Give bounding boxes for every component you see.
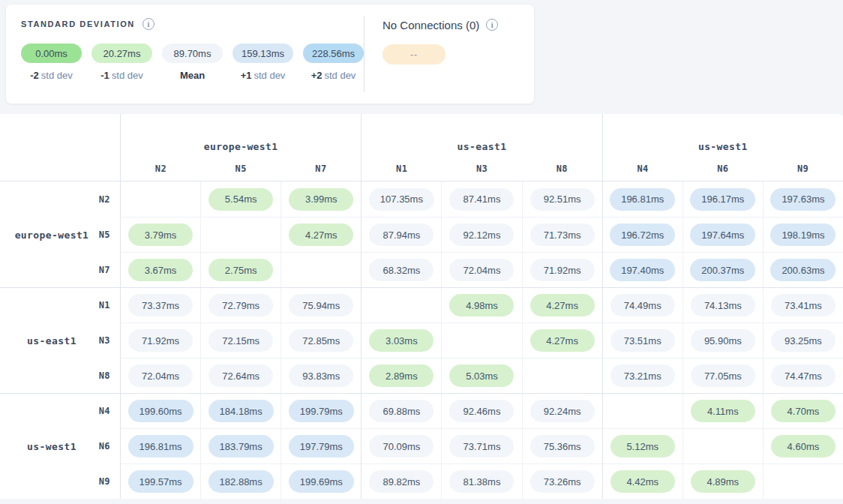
std-dev-stop-pill: 0.00ms (21, 44, 82, 63)
latency-pill[interactable]: 3.67ms (128, 259, 193, 281)
latency-pill[interactable]: 89.82ms (369, 470, 434, 493)
region-row-label: europe-west1 (8, 229, 96, 240)
latency-pill[interactable]: 4.98ms (449, 294, 514, 316)
region-row-label: us-west1 (8, 441, 96, 452)
latency-pill[interactable]: 196.72ms (610, 224, 675, 246)
latency-pill[interactable]: 196.17ms (690, 188, 755, 211)
latency-pill[interactable]: 197.79ms (289, 435, 354, 458)
latency-pill[interactable]: 2.75ms (208, 259, 273, 281)
matrix-cell: 184.18ms (200, 393, 280, 428)
latency-pill[interactable]: 72.15ms (208, 329, 273, 352)
matrix-cell: 71.92ms (522, 252, 602, 287)
latency-pill[interactable]: 73.21ms (610, 364, 675, 387)
latency-pill[interactable]: 74.49ms (610, 294, 675, 316)
matrix-cell: 95.90ms (682, 322, 763, 358)
matrix-cell: 69.88ms (361, 393, 441, 428)
latency-pill[interactable]: 199.69ms (289, 470, 354, 493)
latency-pill[interactable]: 5.12ms (610, 435, 675, 458)
latency-pill[interactable]: 196.81ms (610, 188, 675, 211)
matrix-cell: 199.57ms (120, 464, 200, 499)
latency-pill[interactable]: 75.94ms (289, 294, 353, 316)
latency-matrix: europe-west1N2N5N7us-east1N1N3N8us-west1… (0, 114, 843, 499)
latency-pill[interactable]: 77.05ms (691, 364, 755, 387)
node-col-label: N8 (522, 164, 602, 174)
matrix-cell: 2.89ms (361, 358, 441, 393)
matrix-cell: 197.64ms (682, 217, 763, 252)
region-col-label: europe-west1 (121, 141, 361, 152)
latency-pill[interactable]: 199.57ms (128, 470, 194, 493)
latency-pill[interactable]: 73.71ms (449, 435, 514, 458)
latency-pill[interactable]: 2.89ms (369, 364, 434, 387)
latency-pill[interactable]: 196.81ms (128, 435, 194, 458)
latency-pill[interactable]: 200.63ms (770, 259, 836, 281)
latency-pill[interactable]: 4.27ms (530, 294, 595, 316)
matrix-cell: 92.24ms (522, 393, 602, 428)
latency-pill[interactable]: 183.79ms (208, 435, 274, 458)
latency-pill[interactable]: 68.32ms (369, 259, 434, 281)
matrix-cell: 92.12ms (441, 217, 521, 252)
latency-pill[interactable]: 197.63ms (770, 188, 836, 211)
latency-pill[interactable]: 4.70ms (771, 400, 836, 422)
matrix-corner (0, 114, 120, 182)
latency-pill[interactable]: 73.51ms (610, 329, 675, 352)
latency-pill[interactable]: 93.83ms (289, 364, 353, 387)
node-col-label: N6 (682, 164, 763, 174)
latency-pill[interactable]: 87.41ms (449, 188, 514, 211)
latency-pill[interactable]: 93.25ms (771, 329, 836, 352)
latency-pill[interactable]: 3.03ms (369, 329, 434, 352)
latency-pill[interactable]: 92.46ms (449, 400, 514, 422)
latency-pill[interactable]: 72.85ms (289, 329, 353, 352)
std-dev-stop-label: +1std dev (232, 70, 293, 81)
latency-pill[interactable]: 72.64ms (208, 364, 273, 387)
latency-pill[interactable]: 4.27ms (530, 329, 595, 352)
latency-pill[interactable]: 3.99ms (289, 188, 353, 211)
latency-pill[interactable]: 3.79ms (128, 224, 193, 246)
latency-pill[interactable]: 71.92ms (530, 259, 595, 281)
latency-pill[interactable]: 69.88ms (369, 400, 434, 422)
latency-pill[interactable]: 199.60ms (128, 400, 194, 422)
latency-pill[interactable]: 73.26ms (530, 470, 595, 493)
node-row-label: N1 (0, 288, 120, 323)
latency-pill[interactable]: 4.11ms (691, 400, 755, 422)
latency-pill[interactable]: 72.04ms (449, 259, 514, 281)
matrix-cell: 196.81ms (120, 428, 200, 464)
node-row-label: N7 (0, 252, 120, 287)
latency-pill[interactable]: 92.12ms (449, 224, 514, 246)
latency-pill[interactable]: 5.54ms (208, 188, 273, 211)
latency-pill[interactable]: 75.36ms (530, 435, 595, 458)
latency-pill[interactable]: 4.42ms (610, 470, 675, 493)
latency-pill[interactable]: 200.37ms (690, 259, 755, 281)
matrix-cell: 72.85ms (280, 322, 361, 358)
latency-pill[interactable]: 95.90ms (691, 329, 755, 352)
latency-pill[interactable]: 87.94ms (369, 224, 434, 246)
matrix-cell: 3.99ms (280, 182, 361, 217)
latency-pill[interactable]: 198.19ms (770, 224, 836, 246)
latency-pill[interactable]: 70.09ms (369, 435, 434, 458)
latency-pill[interactable]: 4.89ms (691, 470, 755, 493)
legend-card: STANDARD DEVIATION i 0.00ms20.27ms89.70m… (5, 4, 535, 104)
latency-pill[interactable]: 92.51ms (530, 188, 595, 211)
latency-pill[interactable]: 197.40ms (610, 259, 675, 281)
no-connections-title: No Connections (0) (382, 19, 479, 32)
latency-pill[interactable]: 71.92ms (128, 329, 193, 352)
latency-pill[interactable]: 199.79ms (289, 400, 354, 422)
latency-pill[interactable]: 197.64ms (690, 224, 755, 246)
latency-pill[interactable]: 73.37ms (128, 294, 193, 316)
latency-pill[interactable]: 4.60ms (771, 435, 836, 458)
latency-pill[interactable]: 74.47ms (771, 364, 836, 387)
latency-pill[interactable]: 4.27ms (289, 224, 353, 246)
latency-pill[interactable]: 5.03ms (449, 364, 514, 387)
latency-pill[interactable]: 73.41ms (771, 294, 836, 316)
latency-pill[interactable]: 107.35ms (369, 188, 434, 211)
latency-pill[interactable]: 72.04ms (128, 364, 193, 387)
info-icon[interactable]: i (142, 18, 154, 30)
latency-pill[interactable]: 182.88ms (208, 470, 274, 493)
latency-pill[interactable]: 71.73ms (530, 224, 595, 246)
latency-pill[interactable]: 74.13ms (691, 294, 755, 316)
info-icon[interactable]: i (486, 19, 498, 31)
latency-pill[interactable]: 184.18ms (208, 400, 274, 422)
latency-pill[interactable]: 81.38ms (449, 470, 514, 493)
matrix-cell: 200.37ms (682, 252, 763, 287)
latency-pill[interactable]: 92.24ms (530, 400, 595, 422)
latency-pill[interactable]: 72.79ms (208, 294, 273, 316)
